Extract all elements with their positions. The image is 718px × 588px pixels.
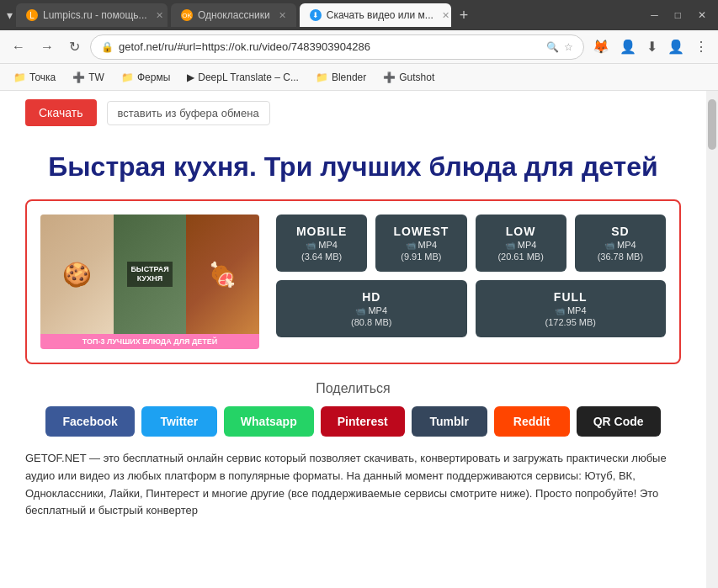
tab-add-button[interactable]: + [455, 7, 474, 24]
tab-ok[interactable]: OK Одноклассники ✕ [171, 3, 296, 27]
dl-label-low: LOW [506, 225, 536, 238]
camera-icon-hd: 📹 [355, 306, 365, 315]
download-full-button[interactable]: FULL 📹 MP4 (172.95 MB) [476, 280, 667, 337]
maximize-button[interactable]: □ [670, 8, 686, 23]
back-button[interactable]: ← [7, 38, 30, 56]
title-bar: ▾ L Lumpics.ru - помощь... ✕ OK Одноклас… [0, 0, 718, 30]
bookmark-deepl[interactable]: ▶ DeepL Translate – C... [180, 70, 306, 85]
camera-icon-mobile: 📹 [306, 241, 316, 250]
dl-format-sd: 📹 MP4 [604, 240, 636, 250]
bookmark-label-blender: Blender [332, 72, 366, 83]
download-grid: MOBILE 📹 MP4 (3.64 MB) LOWEST 📹 MP4 (9.9… [276, 215, 666, 337]
share-twitter-button[interactable]: Twitter [141, 406, 217, 437]
thumb-title-text: БЫСТРАЯКУХНЯ [127, 262, 172, 287]
share-label: Поделиться [25, 381, 681, 396]
bookmark-label-deepl: DeepL Translate – C... [198, 72, 299, 83]
camera-icon-lowest: 📹 [406, 241, 416, 250]
dl-label-full: FULL [554, 290, 588, 304]
address-text: getof.net/ru/#url=https://ok.ru/video/74… [119, 40, 541, 53]
dl-size-mobile: (3.64 MB) [301, 252, 342, 262]
tab-dropdown-icon[interactable]: ▾ [7, 8, 13, 22]
tab-favicon-lumpics: L [26, 9, 38, 21]
download-icon[interactable]: ⬇ [643, 37, 661, 56]
user-avatar[interactable]: 👤 [664, 37, 688, 56]
dl-label-sd: SD [611, 225, 629, 238]
extension-icon[interactable]: 🦊 [589, 37, 613, 56]
dl-label-mobile: MOBILE [296, 225, 347, 238]
nav-icons: 🦊 👤 ⬇ 👤 ⋮ [589, 37, 711, 56]
dl-size-hd: (80.8 MB) [351, 317, 391, 327]
skachat-button[interactable]: Скачать [25, 99, 97, 126]
bookmark-label-gutshot: Gutshot [399, 72, 434, 83]
dl-format-mobile: 📹 MP4 [306, 240, 338, 250]
description-text: GETOF.NET — это бесплатный онлайн сервис… [25, 450, 681, 520]
bookmark-fermy[interactable]: 📁 Фермы [114, 70, 177, 85]
star-icon: ☆ [564, 41, 573, 53]
bookmark-plus-icon-tw: ➕ [72, 72, 85, 83]
bookmark-folder-icon-2: 📁 [121, 72, 134, 83]
page-content: Скачать вставить из буфера обмена Быстра… [0, 91, 718, 588]
camera-icon-full: 📹 [555, 306, 565, 315]
share-section: Поделиться Facebook Twitter Whatsapp Pin… [25, 381, 681, 437]
dl-format-lowest: 📹 MP4 [406, 240, 438, 250]
dl-label-lowest: LOWEST [393, 225, 449, 238]
minimize-button[interactable]: ─ [646, 8, 663, 23]
tab-close-getof[interactable]: ✕ [442, 10, 449, 21]
bookmark-label-fermy: Фермы [137, 72, 170, 83]
bookmarks-bar: 📁 Точка ➕ TW 📁 Фермы ▶ DeepL Translate –… [0, 64, 718, 91]
bookmark-blender[interactable]: 📁 Blender [309, 70, 373, 85]
share-buttons: Facebook Twitter Whatsapp Pinterest Tumb… [25, 406, 681, 437]
profile-icon[interactable]: 👤 [616, 37, 640, 56]
share-tumblr-button[interactable]: Tumblr [412, 406, 487, 437]
bookmark-gutshot[interactable]: ➕ Gutshot [376, 70, 441, 85]
share-reddit-button[interactable]: Reddit [494, 406, 570, 437]
forward-button[interactable]: → [35, 38, 59, 56]
video-thumbnail: БЫСТРАЯКУХНЯ ТОП-3 ЛУЧШИХ БЛЮДА ДЛЯ ДЕТЕ… [40, 215, 259, 349]
nav-bar: ← → ↻ 🔒 getof.net/ru/#url=https://ok.ru/… [0, 30, 718, 64]
download-low-button[interactable]: LOW 📹 MP4 (20.61 MB) [476, 215, 566, 272]
share-whatsapp-button[interactable]: Whatsapp [224, 406, 314, 437]
tab-favicon-getof: ⬇ [310, 9, 322, 21]
bookmark-arrow-icon: ▶ [187, 72, 194, 83]
top-partial: Скачать вставить из буфера обмена [25, 99, 681, 135]
share-qrcode-button[interactable]: QR Code [577, 406, 661, 437]
thumb-panel-cookies [40, 215, 114, 334]
scrollbar-thumb[interactable] [708, 99, 716, 150]
dl-format-full: 📹 MP4 [555, 305, 587, 315]
dl-label-hd: HD [362, 290, 380, 304]
close-button[interactable]: ✕ [693, 8, 711, 23]
bookmark-tw[interactable]: ➕ TW [66, 70, 111, 85]
camera-icon-low: 📹 [505, 241, 515, 250]
page-title: Быстрая кухня. Три лучших блюда для дете… [25, 151, 681, 183]
bookmark-tochka[interactable]: 📁 Точка [7, 70, 62, 85]
share-facebook-button[interactable]: Facebook [45, 406, 134, 437]
scrollbar[interactable] [706, 91, 718, 588]
bookmark-folder-icon: 📁 [13, 72, 26, 83]
tab-lumpics[interactable]: L Lumpics.ru - помощь... ✕ [16, 3, 168, 27]
tab-close-ok[interactable]: ✕ [279, 10, 286, 21]
dl-format-low: 📹 MP4 [505, 240, 537, 250]
browser-chrome: ▾ L Lumpics.ru - помощь... ✕ OK Одноклас… [0, 0, 718, 91]
share-pinterest-button[interactable]: Pinterest [321, 406, 405, 437]
download-mobile-button[interactable]: MOBILE 📹 MP4 (3.64 MB) [276, 215, 367, 272]
window-controls: ─ □ ✕ [646, 8, 711, 23]
download-lowest-button[interactable]: LOWEST 📹 MP4 (9.91 MB) [375, 215, 466, 272]
bookmark-label-tw: TW [88, 72, 104, 83]
download-hd-button[interactable]: HD 📹 MP4 (80.8 MB) [276, 280, 467, 337]
dl-size-low: (20.61 MB) [497, 252, 543, 262]
dl-size-sd: (36.78 MB) [598, 252, 643, 262]
clipboard-input[interactable]: вставить из буфера обмена [107, 101, 270, 125]
tab-getof[interactable]: ⬇ Скачать видео или м... ✕ [300, 3, 451, 27]
lock-icon: 🔒 [101, 41, 114, 53]
tab-label-lumpics: Lumpics.ru - помощь... [43, 9, 147, 21]
thumbnail-label: ТОП-3 ЛУЧШИХ БЛЮДА ДЛЯ ДЕТЕЙ [40, 334, 259, 349]
thumb-panel-title: БЫСТРАЯКУХНЯ [114, 215, 187, 334]
reload-button[interactable]: ↻ [64, 37, 85, 56]
video-section: БЫСТРАЯКУХНЯ ТОП-3 ЛУЧШИХ БЛЮДА ДЛЯ ДЕТЕ… [25, 199, 681, 364]
camera-icon-sd: 📹 [604, 241, 614, 250]
menu-icon[interactable]: ⋮ [691, 37, 711, 56]
tab-close-lumpics[interactable]: ✕ [156, 10, 163, 21]
download-sd-button[interactable]: SD 📹 MP4 (36.78 MB) [575, 215, 666, 272]
address-bar[interactable]: 🔒 getof.net/ru/#url=https://ok.ru/video/… [90, 34, 584, 60]
content-inner: Скачать вставить из буфера обмена Быстра… [0, 91, 706, 537]
